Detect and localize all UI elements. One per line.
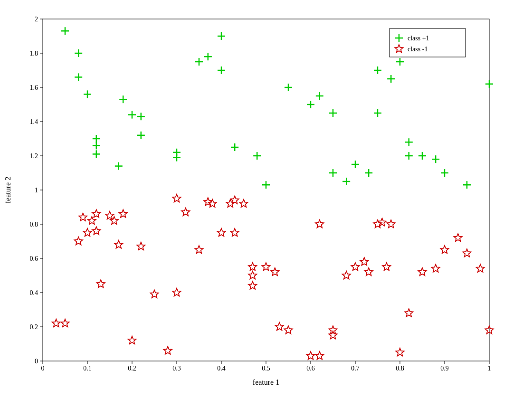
svg-text:0.2: 0.2 (128, 365, 136, 372)
svg-text:1: 1 (488, 365, 491, 372)
svg-text:0.3: 0.3 (172, 365, 181, 372)
svg-text:1: 1 (35, 187, 38, 194)
svg-text:1.8: 1.8 (30, 50, 38, 57)
scatter-plot: 00.10.20.30.40.50.60.70.80.9100.20.40.60… (0, 0, 532, 399)
svg-text:0.8: 0.8 (396, 365, 404, 372)
svg-text:0.5: 0.5 (262, 365, 270, 372)
svg-text:1.6: 1.6 (30, 84, 38, 91)
svg-text:class -1: class -1 (408, 46, 428, 53)
svg-text:2: 2 (35, 16, 38, 23)
svg-text:1.4: 1.4 (30, 118, 38, 125)
svg-text:1.2: 1.2 (30, 152, 38, 160)
svg-text:0: 0 (41, 365, 45, 372)
svg-rect-129 (390, 28, 466, 57)
svg-text:feature 2: feature 2 (4, 177, 12, 203)
svg-text:0.8: 0.8 (30, 221, 38, 228)
svg-text:0.6: 0.6 (30, 255, 38, 262)
svg-text:0.4: 0.4 (30, 289, 38, 296)
svg-text:class +1: class +1 (408, 35, 429, 42)
svg-text:0.7: 0.7 (351, 365, 360, 372)
svg-rect-1 (43, 19, 489, 361)
svg-text:feature 1: feature 1 (253, 378, 279, 386)
chart-container: 00.10.20.30.40.50.60.70.80.9100.20.40.60… (0, 0, 532, 399)
svg-text:0: 0 (35, 358, 38, 365)
svg-text:0.2: 0.2 (30, 323, 38, 331)
svg-text:0.9: 0.9 (440, 365, 449, 372)
svg-text:0.1: 0.1 (83, 365, 92, 372)
svg-text:0.6: 0.6 (306, 365, 315, 372)
svg-text:0.4: 0.4 (217, 365, 226, 372)
